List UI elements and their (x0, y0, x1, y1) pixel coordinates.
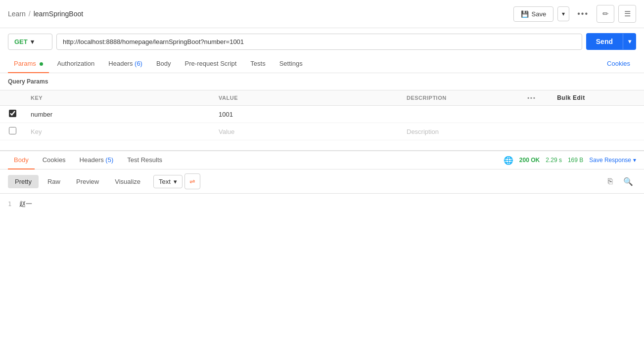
save-label: Save (532, 10, 547, 18)
tab-body[interactable]: Body (150, 55, 177, 73)
tab-headers-label: Headers (108, 60, 135, 67)
row-extra-cell (551, 106, 644, 123)
format-type-caret: ▾ (174, 178, 177, 185)
breadcrumb-learn: Learn (8, 10, 26, 18)
tab-pre-request-label: Pre-request Script (185, 60, 237, 67)
tab-params-label: Params (14, 60, 36, 67)
col-check (0, 90, 25, 106)
status-time: 2.29 s (546, 157, 562, 164)
col-value-header: VALUE (213, 90, 401, 106)
notes-button[interactable]: ☰ (618, 5, 636, 23)
save-response-button[interactable]: Save Response ▾ (589, 157, 636, 164)
row-desc-cell (401, 106, 521, 123)
fmt-tab-visualize[interactable]: Visualize (108, 175, 147, 188)
edit-icon: ✏ (602, 9, 609, 18)
send-label: Send (586, 33, 623, 50)
save-dropdown-button[interactable]: ▾ (557, 6, 569, 21)
fmt-tab-preview[interactable]: Preview (69, 175, 106, 188)
wrap-button[interactable]: ⇌ (184, 173, 200, 189)
query-params-title: Query Params (0, 73, 644, 90)
edit-button[interactable]: ✏ (597, 5, 614, 23)
table-more-icon[interactable]: ••• (527, 95, 536, 101)
cookies-label: Cookies (607, 60, 630, 67)
method-select[interactable]: GET ▾ (8, 34, 52, 50)
table-row-placeholder: Key Value Description (0, 123, 644, 140)
table-header-row: KEY VALUE DESCRIPTION ••• Bulk Edit (0, 90, 644, 106)
table-row: number 1001 (0, 106, 644, 123)
tab-settings-label: Settings (279, 60, 303, 67)
send-button[interactable]: Send ▾ (586, 33, 636, 50)
top-actions: 💾 Save ▾ ••• ✏ ☰ (513, 5, 636, 23)
cookies-link[interactable]: Cookies (601, 55, 636, 73)
tab-pre-request[interactable]: Pre-request Script (179, 55, 243, 73)
response-line-1: 1 赵一 (8, 200, 636, 209)
headers-count: (6) (135, 60, 142, 67)
placeholder-checkbox[interactable] (9, 127, 16, 134)
row-key: number (31, 111, 52, 118)
format-type-select[interactable]: Text ▾ (153, 175, 183, 188)
fmt-tab-pretty[interactable]: Pretty (8, 175, 39, 188)
breadcrumb: Learn / learnSpringBoot (8, 10, 83, 18)
status-size: 169 B (568, 157, 583, 164)
placeholder-desc: Description (407, 128, 439, 135)
placeholder-desc-cell[interactable]: Description (401, 123, 521, 140)
method-caret: ▾ (31, 38, 34, 45)
line-number-1: 1 (8, 201, 11, 208)
col-key-header: KEY (25, 90, 213, 106)
tab-body-label: Body (156, 60, 171, 67)
tab-tests-label: Tests (250, 60, 265, 67)
resp-tab-headers[interactable]: Headers (5) (74, 151, 120, 169)
placeholder-actions (521, 123, 551, 140)
tab-authorization-label: Authorization (57, 60, 94, 67)
tab-settings[interactable]: Settings (274, 55, 309, 73)
placeholder-key-cell[interactable]: Key (25, 123, 213, 140)
copy-button[interactable]: ⎘ (602, 173, 618, 189)
fmt-tab-raw[interactable]: Raw (41, 175, 67, 188)
placeholder-extra (551, 123, 644, 140)
notes-icon: ☰ (624, 9, 631, 18)
placeholder-key: Key (31, 128, 42, 135)
save-response-caret: ▾ (633, 157, 636, 164)
row-value: 1001 (219, 111, 233, 118)
row-key-cell: number (25, 106, 213, 123)
response-section: Body Cookies Headers (5) Test Results 🌐 … (0, 150, 644, 233)
breadcrumb-separator: / (29, 10, 31, 18)
tab-headers[interactable]: Headers (6) (102, 55, 148, 73)
format-bar: Pretty Raw Preview Visualize Text ▾ ⇌ ⎘ … (0, 169, 644, 194)
method-label: GET (14, 38, 28, 45)
resp-tab-test-results-label: Test Results (127, 156, 162, 164)
response-status-bar: 🌐 200 OK 2.29 s 169 B Save Response ▾ (504, 156, 636, 165)
params-table: KEY VALUE DESCRIPTION ••• Bulk Edit numb… (0, 90, 644, 140)
top-bar: Learn / learnSpringBoot 💾 Save ▾ ••• ✏ ☰ (0, 0, 644, 28)
placeholder-value-cell[interactable]: Value (213, 123, 401, 140)
search-button[interactable]: 🔍 (620, 173, 636, 189)
copy-icon: ⎘ (608, 177, 613, 186)
resp-tab-body-label: Body (14, 156, 29, 164)
placeholder-value: Value (219, 128, 234, 135)
tab-params[interactable]: Params (8, 55, 49, 73)
save-button[interactable]: 💾 Save (513, 6, 554, 22)
url-input[interactable] (56, 34, 582, 50)
response-tabs: Body Cookies Headers (5) Test Results 🌐 … (0, 151, 644, 169)
row-actions-cell (521, 106, 551, 123)
resp-headers-count: (5) (105, 156, 113, 164)
tab-tests[interactable]: Tests (244, 55, 271, 73)
col-desc-header: DESCRIPTION (401, 90, 521, 106)
request-tabs: Params Authorization Headers (6) Body Pr… (0, 55, 644, 73)
resp-tab-test-results[interactable]: Test Results (121, 151, 168, 169)
params-dot (40, 62, 43, 66)
globe-icon: 🌐 (504, 156, 513, 165)
more-options-button[interactable]: ••• (573, 7, 593, 20)
tab-authorization[interactable]: Authorization (51, 55, 100, 73)
resp-tab-body[interactable]: Body (8, 151, 35, 169)
bulk-edit-button[interactable]: Bulk Edit (551, 90, 644, 106)
save-response-label: Save Response (589, 157, 631, 164)
status-ok: 200 OK (519, 157, 540, 164)
resp-tab-cookies[interactable]: Cookies (37, 151, 72, 169)
save-icon: 💾 (521, 10, 529, 18)
col-actions: ••• (521, 90, 551, 106)
row-checkbox-cell (0, 106, 25, 123)
row-checkbox[interactable] (9, 110, 16, 117)
resp-tab-headers-label: Headers (80, 156, 106, 164)
send-caret[interactable]: ▾ (623, 34, 636, 49)
